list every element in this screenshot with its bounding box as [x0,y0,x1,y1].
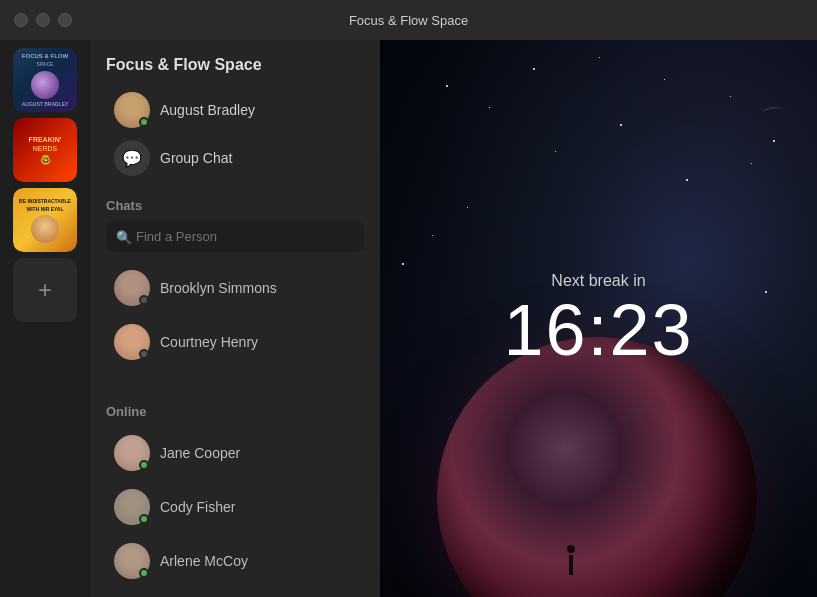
star [446,85,448,87]
space-cover-content-freakin: FREAKIN' NERDS 🤓 [25,132,66,169]
main-content: FOCUS & FLOW SPACE AUGUST BRADLEY FREAKI… [0,40,817,597]
timer-overlay: Next break in 16:23 [503,272,693,366]
star [765,291,767,293]
background-scene: Next break in 16:23 [380,40,817,597]
avatar-wrap-august [114,92,150,128]
silhouette-head [567,545,575,553]
star [467,207,468,208]
space-name-august: AUGUST BRADLEY [22,101,69,107]
star [489,107,490,108]
contact-item-arlene[interactable]: Arlene McCoy [106,535,364,587]
star [555,151,556,152]
star [620,124,622,126]
timer-value: 16:23 [503,294,693,366]
title-bar: Focus & Flow Space [0,0,817,40]
group-chat-icon: 💬 [122,149,142,168]
offline-indicator-courtney [139,349,149,359]
bird-silhouette [762,105,783,116]
space-detail-august: SPACE [22,61,69,67]
search-icon: 🔍 [116,229,132,244]
space-emoji-freakin: 🤓 [29,155,62,165]
avatar-wrap-courtney [114,324,150,360]
contact-item-courtney[interactable]: Courtney Henry [106,316,364,368]
contact-name-arlene: Arlene McCoy [160,553,248,569]
search-wrap: 🔍 [106,221,364,252]
star [664,79,665,80]
window-controls [14,13,72,27]
star [533,68,535,70]
avatar-wrap-group: 💬 [114,140,150,176]
avatar-group: 💬 [114,140,150,176]
timer-label: Next break in [503,272,693,290]
space-name-indistractable: WITH NIR EYAL [19,206,71,212]
space-cover-content-indistractable: BE INDISTRACTABLE WITH NIR EYAL [15,194,75,247]
chats-section: Chats 🔍 Brooklyn Simmons Courtney [90,190,380,396]
avatar-wrap-cody [114,489,150,525]
space-subtitle-freakin: FREAKIN' [29,136,62,143]
member-item-group[interactable]: 💬 Group Chat [106,134,364,182]
add-space-button[interactable]: + [13,258,77,322]
window-title: Focus & Flow Space [349,13,468,28]
member-item-august[interactable]: August Bradley [106,86,364,134]
online-indicator-cody [139,514,149,524]
chat-panel-header: Focus & Flow Space August Bradley 💬 Grou… [90,40,380,190]
contact-name-cody: Cody Fisher [160,499,235,515]
contact-item-cody[interactable]: Cody Fisher [106,481,364,533]
star [686,179,688,181]
space-cover-freakin: FREAKIN' NERDS 🤓 [13,118,77,182]
contact-name-brooklyn: Brooklyn Simmons [160,280,277,296]
space-cover-content-august: FOCUS & FLOW SPACE AUGUST BRADLEY [18,49,73,111]
contact-item-brooklyn[interactable]: Brooklyn Simmons [106,262,364,314]
contact-name-courtney: Courtney Henry [160,334,258,350]
space-item-freakin[interactable]: FREAKIN' NERDS 🤓 [13,118,77,182]
main-area: Next break in 16:23 [380,40,817,597]
star [730,96,731,97]
minimize-button[interactable] [36,13,50,27]
contact-item-jane[interactable]: Jane Cooper [106,427,364,479]
add-space-icon: + [38,276,52,304]
member-name-august: August Bradley [160,102,255,118]
contact-name-jane: Jane Cooper [160,445,240,461]
space-subtitle-august: FOCUS & FLOW [22,53,69,59]
avatar-wrap-arlene [114,543,150,579]
maximize-button[interactable] [58,13,72,27]
star [773,140,775,142]
space-planet-august [31,71,59,99]
silhouette-body [569,555,573,575]
space-cover-august: FOCUS & FLOW SPACE AUGUST BRADLEY [13,48,77,112]
online-indicator-jane [139,460,149,470]
online-indicator-arlene [139,568,149,578]
online-section-label: Online [106,404,364,419]
online-indicator-august [139,117,149,127]
star [432,235,433,236]
space-subtitle-indistractable: BE INDISTRACTABLE [19,198,71,204]
search-input[interactable] [106,221,364,252]
human-silhouette [565,545,577,577]
space-panel-title: Focus & Flow Space [106,56,364,74]
star [599,57,600,58]
space-face-indistractable [31,215,59,243]
close-button[interactable] [14,13,28,27]
chats-section-label: Chats [106,198,364,213]
space-item-august[interactable]: FOCUS & FLOW SPACE AUGUST BRADLEY [13,48,77,112]
space-name-freakin: NERDS [29,145,62,152]
online-section: Online Jane Cooper Cody Fisher [90,396,380,597]
space-item-indistractable[interactable]: BE INDISTRACTABLE WITH NIR EYAL [13,188,77,252]
spaces-sidebar: FOCUS & FLOW SPACE AUGUST BRADLEY FREAKI… [0,40,90,597]
space-cover-indistractable: BE INDISTRACTABLE WITH NIR EYAL [13,188,77,252]
member-name-group: Group Chat [160,150,232,166]
chat-panel: Focus & Flow Space August Bradley 💬 Grou… [90,40,380,597]
offline-indicator-brooklyn [139,295,149,305]
avatar-wrap-jane [114,435,150,471]
avatar-wrap-brooklyn [114,270,150,306]
star [751,163,752,164]
star [402,263,404,265]
